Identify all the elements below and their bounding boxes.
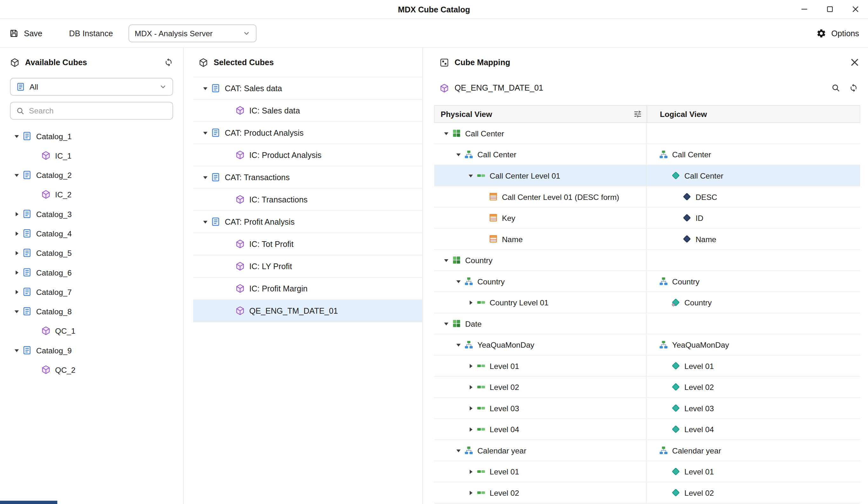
caret-right-icon[interactable] bbox=[465, 403, 476, 414]
hierarchy-icon bbox=[659, 277, 669, 286]
mapping-row[interactable]: YeaQuaMonDayYeaQuaMonDay bbox=[434, 334, 860, 356]
mapping-search-button[interactable] bbox=[831, 84, 840, 92]
caret-down-icon[interactable] bbox=[200, 216, 211, 227]
close-mapping-button[interactable] bbox=[850, 58, 859, 67]
minimize-button[interactable] bbox=[791, 0, 817, 19]
mapping-row[interactable]: KeyID bbox=[434, 207, 860, 229]
caret-placeholder bbox=[477, 233, 488, 244]
selected-cube-row[interactable]: IC: Sales data bbox=[193, 100, 422, 122]
tree-item[interactable]: Catalog_3 bbox=[0, 204, 183, 224]
tree-item[interactable]: QC_1 bbox=[0, 321, 183, 340]
physical-cell: Level 01 bbox=[434, 356, 647, 376]
caret-right-icon[interactable] bbox=[465, 466, 476, 477]
caret-down-icon[interactable] bbox=[453, 149, 464, 160]
physical-label: YeaQuaMonDay bbox=[477, 340, 534, 349]
tree-item[interactable]: IC_1 bbox=[0, 146, 183, 165]
selected-cube-row[interactable]: QE_ENG_TM_DATE_01 bbox=[193, 300, 422, 322]
filter-button[interactable] bbox=[633, 110, 642, 119]
selected-cube-row[interactable]: CAT: Profit Analysis bbox=[193, 211, 422, 233]
physical-cell: YeaQuaMonDay bbox=[434, 334, 647, 355]
tree-item[interactable]: Catalog_6 bbox=[0, 263, 183, 282]
caret-right-icon[interactable] bbox=[11, 267, 22, 278]
refresh-available-button[interactable] bbox=[164, 58, 173, 67]
caret-down-icon[interactable] bbox=[200, 83, 211, 94]
caret-down-icon[interactable] bbox=[453, 445, 464, 456]
selected-cube-row[interactable]: IC: Product Analysis bbox=[193, 144, 422, 166]
caret-down-icon[interactable] bbox=[11, 131, 22, 142]
mapping-row[interactable]: Level 03Level 03 bbox=[434, 398, 860, 419]
maximize-button[interactable] bbox=[817, 0, 843, 19]
mapping-icon bbox=[440, 58, 449, 67]
caret-right-icon[interactable] bbox=[11, 228, 22, 239]
mapping-row[interactable]: Level 04Level 04 bbox=[434, 419, 860, 440]
physical-cell: Country Level 01 bbox=[434, 292, 647, 313]
caret-right-icon[interactable] bbox=[465, 297, 476, 308]
tree-item[interactable]: QC_2 bbox=[0, 360, 183, 379]
caret-down-icon[interactable] bbox=[441, 318, 452, 329]
tree-item[interactable]: Catalog_5 bbox=[0, 243, 183, 263]
selected-cube-row[interactable]: IC: Transactions bbox=[193, 188, 422, 211]
close-button[interactable] bbox=[843, 0, 868, 19]
diamond-teal-icon bbox=[671, 424, 681, 434]
logical-cell: Calendar year bbox=[647, 440, 860, 461]
caret-right-icon[interactable] bbox=[465, 381, 476, 392]
caret-down-icon[interactable] bbox=[200, 172, 211, 183]
tree-item[interactable]: Catalog_4 bbox=[0, 224, 183, 243]
logical-label: Country bbox=[684, 298, 712, 307]
selected-cube-row[interactable]: CAT: Sales data bbox=[193, 77, 422, 100]
titlebar: MDX Cube Catalog bbox=[0, 0, 868, 19]
selected-cube-row[interactable]: IC: LY Profit bbox=[193, 256, 422, 278]
mapping-table-header: Physical View Logical View bbox=[434, 105, 860, 123]
mapping-row[interactable]: Date bbox=[434, 313, 860, 335]
mapping-row[interactable]: Call Center bbox=[434, 123, 860, 144]
tree-item[interactable]: Catalog_2 bbox=[0, 165, 183, 185]
selected-cube-row[interactable]: CAT: Product Analysis bbox=[193, 122, 422, 144]
level-icon bbox=[476, 382, 486, 392]
mapping-row[interactable]: NameName bbox=[434, 229, 860, 250]
selected-cube-row[interactable]: IC: Profit Margin bbox=[193, 278, 422, 300]
tree-item[interactable]: Catalog_7 bbox=[0, 282, 183, 301]
caret-right-icon[interactable] bbox=[465, 360, 476, 371]
tree-item[interactable]: IC_2 bbox=[0, 185, 183, 204]
caret-right-icon[interactable] bbox=[11, 208, 22, 219]
save-button[interactable]: Save bbox=[9, 28, 42, 38]
tree-item-label: Catalog_5 bbox=[36, 248, 72, 257]
catalog-icon bbox=[211, 173, 220, 182]
selected-cube-row[interactable]: CAT: Transactions bbox=[193, 166, 422, 188]
tree-item[interactable]: Catalog_9 bbox=[0, 340, 183, 360]
catalog-filter-select[interactable]: All bbox=[10, 78, 173, 96]
mapping-row[interactable]: Level 01Level 01 bbox=[434, 356, 860, 377]
caret-down-icon[interactable] bbox=[200, 127, 211, 138]
caret-down-icon[interactable] bbox=[11, 306, 22, 317]
mapping-refresh-button[interactable] bbox=[849, 84, 858, 92]
mapping-row[interactable]: Level 02Level 02 bbox=[434, 377, 860, 398]
logical-cell bbox=[647, 313, 860, 334]
caret-right-icon[interactable] bbox=[465, 487, 476, 498]
caret-down-icon[interactable] bbox=[11, 169, 22, 181]
caret-down-icon[interactable] bbox=[11, 345, 22, 356]
search-input[interactable] bbox=[29, 106, 167, 115]
caret-down-icon[interactable] bbox=[453, 339, 464, 350]
caret-down-icon[interactable] bbox=[453, 276, 464, 287]
mapping-row[interactable]: Level 01Level 01 bbox=[434, 461, 860, 482]
mapping-row[interactable]: CountryCountry bbox=[434, 271, 860, 292]
mapping-row[interactable]: Call Center Level 01 (DESC form)DESC bbox=[434, 186, 860, 207]
selected-cube-row[interactable]: IC: Tot Profit bbox=[193, 233, 422, 256]
tree-item[interactable]: Catalog_8 bbox=[0, 301, 183, 321]
mapping-row[interactable]: Calendar yearCalendar year bbox=[434, 440, 860, 461]
mapping-row[interactable]: Call CenterCall Center bbox=[434, 144, 860, 165]
caret-right-icon[interactable] bbox=[465, 424, 476, 435]
mapping-row[interactable]: Level 02Level 02 bbox=[434, 482, 860, 504]
caret-down-icon[interactable] bbox=[465, 170, 476, 181]
tree-item[interactable]: Catalog_1 bbox=[0, 126, 183, 145]
db-instance-select[interactable]: MDX - Analysis Server bbox=[129, 24, 257, 42]
caret-down-icon[interactable] bbox=[441, 128, 452, 139]
mapping-row[interactable]: Country Level 01Country bbox=[434, 292, 860, 313]
db-instance-value: MDX - Analysis Server bbox=[135, 29, 213, 38]
caret-right-icon[interactable] bbox=[11, 247, 22, 258]
options-button[interactable]: Options bbox=[816, 28, 859, 38]
caret-right-icon[interactable] bbox=[11, 286, 22, 297]
mapping-row[interactable]: Call Center Level 01Call Center bbox=[434, 165, 860, 186]
caret-down-icon[interactable] bbox=[441, 255, 452, 266]
mapping-row[interactable]: Country bbox=[434, 250, 860, 271]
